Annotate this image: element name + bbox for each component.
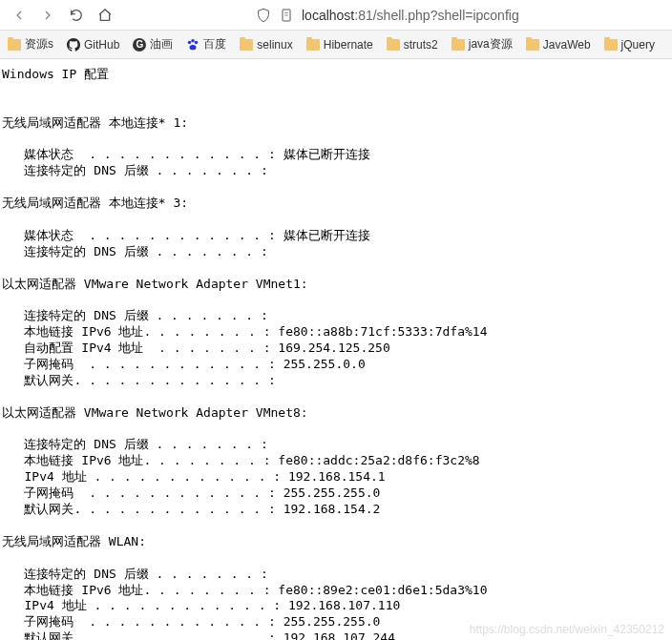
url-bar[interactable]: localhost:81/shell.php?shell=ipconfig xyxy=(256,8,519,23)
bookmark-item[interactable]: Hibernate xyxy=(306,38,373,52)
arrow-right-icon xyxy=(40,8,55,23)
bookmark-label: 百度 xyxy=(203,36,226,52)
bookmark-label: JavaWeb xyxy=(543,38,591,52)
bookmark-item[interactable]: G油画 xyxy=(133,36,173,52)
folder-icon xyxy=(452,39,465,51)
oil-icon: G xyxy=(133,38,146,52)
arrow-left-icon xyxy=(11,8,27,23)
folder-icon xyxy=(387,39,400,51)
page-content: Windows IP 配置 无线局域网适配器 本地连接* 1: 媒体状态 . .… xyxy=(0,59,672,640)
forward-button[interactable] xyxy=(36,4,59,27)
home-icon xyxy=(97,8,113,23)
bookmark-item[interactable]: 资源s xyxy=(8,36,53,52)
svg-point-5 xyxy=(195,40,199,44)
bookmark-item[interactable]: struts2 xyxy=(387,38,438,52)
svg-point-4 xyxy=(192,38,196,42)
shield-icon xyxy=(256,8,271,23)
bookmark-label: 油画 xyxy=(150,36,173,52)
bookmark-label: struts2 xyxy=(404,38,438,52)
reload-button[interactable] xyxy=(65,4,88,27)
folder-icon xyxy=(526,39,539,51)
browser-nav-bar: localhost:81/shell.php?shell=ipconfig xyxy=(0,0,672,31)
bookmark-item[interactable]: selinux xyxy=(240,38,292,52)
svg-point-3 xyxy=(188,40,192,44)
bookmark-item[interactable]: JavaWeb xyxy=(526,38,591,52)
bookmark-label: java资源 xyxy=(469,36,513,52)
bookmark-item[interactable]: GitHub xyxy=(67,38,119,52)
svg-point-6 xyxy=(190,45,197,50)
folder-icon xyxy=(8,39,21,51)
url-text: localhost:81/shell.php?shell=ipconfig xyxy=(302,8,519,23)
folder-icon xyxy=(306,39,320,51)
folder-icon xyxy=(240,39,253,51)
back-button[interactable] xyxy=(8,4,31,27)
bookmark-label: Hibernate xyxy=(324,38,373,52)
info-icon xyxy=(279,8,294,23)
bookmark-label: GitHub xyxy=(84,38,119,52)
github-icon xyxy=(67,38,80,52)
baidu-icon xyxy=(186,38,200,52)
watermark: https://blog.csdn.net/weixin_42350212 xyxy=(470,623,664,636)
bookmarks-bar: 资源sGitHubG油画百度selinuxHibernatestruts2jav… xyxy=(0,31,672,59)
home-button[interactable] xyxy=(94,4,116,27)
reload-icon xyxy=(69,8,84,23)
bookmark-item[interactable]: jQuery xyxy=(604,38,655,52)
bookmark-item[interactable]: 百度 xyxy=(186,36,226,52)
bookmark-label: selinux xyxy=(257,38,292,52)
folder-icon xyxy=(604,39,618,51)
bookmark-label: 资源s xyxy=(25,36,53,52)
bookmark-item[interactable]: java资源 xyxy=(452,36,513,52)
bookmark-label: jQuery xyxy=(621,38,655,52)
